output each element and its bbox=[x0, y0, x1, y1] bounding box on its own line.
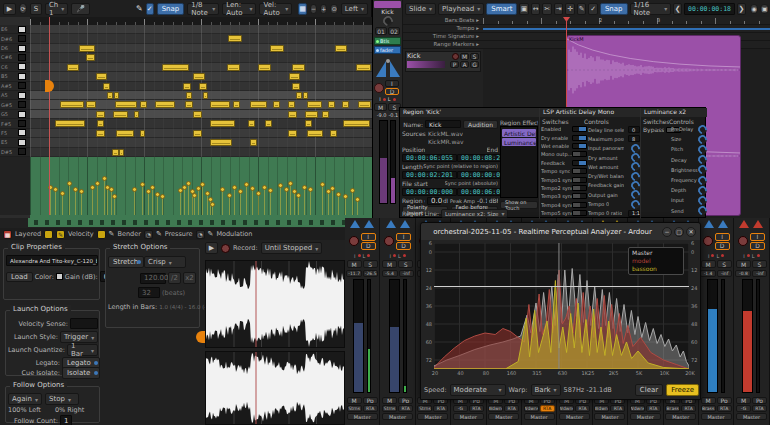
length-clock[interactable]: 00:00:02:201 bbox=[402, 171, 457, 179]
processor-slot-fader[interactable]: fader bbox=[374, 46, 401, 54]
pencil-icon[interactable]: ✎ bbox=[136, 4, 143, 13]
output-button[interactable]: Master bbox=[417, 413, 448, 420]
clear-button[interactable]: Clear bbox=[635, 384, 663, 396]
audition-tool-icon[interactable]: ✛ bbox=[565, 3, 575, 15]
output-button[interactable]: Master bbox=[524, 413, 555, 420]
velocity-dot[interactable] bbox=[90, 185, 95, 190]
midi-note[interactable] bbox=[335, 45, 347, 52]
piano-key-row[interactable]: B5 bbox=[0, 72, 30, 81]
follow-right-select[interactable]: Stop bbox=[45, 393, 79, 405]
strip-name-label[interactable]: Wdwns bbox=[594, 405, 609, 412]
midi-note[interactable] bbox=[107, 92, 113, 99]
po-button[interactable]: Po bbox=[398, 397, 413, 404]
close-icon[interactable]: ✕ bbox=[686, 227, 696, 237]
draw-tool-icon[interactable]: ✎ bbox=[577, 3, 587, 15]
output-button[interactable]: Master bbox=[559, 413, 590, 420]
ruler-row[interactable]: Bars:Beats ▸23 bbox=[403, 17, 770, 25]
output-button[interactable]: Master bbox=[488, 413, 519, 420]
po-button[interactable]: Po bbox=[752, 397, 767, 404]
rta-button[interactable]: RTA bbox=[681, 405, 696, 412]
pressure-label[interactable]: Pressure bbox=[165, 230, 193, 238]
rta-button[interactable]: RTA bbox=[646, 405, 661, 412]
midi-note[interactable] bbox=[288, 130, 297, 137]
midi-note[interactable] bbox=[60, 101, 84, 108]
midi-note[interactable] bbox=[270, 45, 284, 52]
midi-note[interactable] bbox=[162, 64, 189, 71]
velocity-dot[interactable] bbox=[355, 197, 360, 202]
velocity-sense-field[interactable] bbox=[70, 318, 98, 329]
fader-track[interactable] bbox=[353, 279, 364, 393]
rta-button[interactable]: RTA bbox=[469, 405, 484, 412]
switch-toggle[interactable] bbox=[572, 151, 587, 157]
midi-note[interactable] bbox=[55, 120, 85, 127]
record-mode-select[interactable]: Until Stopped bbox=[261, 242, 323, 254]
rta-button[interactable]: RTA bbox=[433, 405, 448, 412]
white-key[interactable] bbox=[18, 63, 26, 70]
edit-point-select[interactable]: Playhead bbox=[438, 3, 484, 15]
modulation-label[interactable]: Modulation bbox=[216, 230, 252, 238]
velocity-dot[interactable] bbox=[200, 182, 205, 187]
black-key[interactable] bbox=[18, 82, 26, 89]
midi-note[interactable] bbox=[288, 101, 295, 108]
solo-button[interactable]: S bbox=[470, 53, 479, 60]
maximize-icon[interactable]: ▢ bbox=[674, 227, 684, 237]
rewind-icon[interactable]: ❮ bbox=[673, 3, 682, 15]
midi-note[interactable] bbox=[210, 120, 235, 127]
velocity-dot[interactable] bbox=[132, 187, 137, 192]
region-effect-item[interactable]: Luminance x2 bbox=[502, 138, 536, 146]
velocity-dot[interactable] bbox=[220, 187, 225, 192]
track-name[interactable]: Kick bbox=[407, 52, 420, 60]
velocity-dot[interactable] bbox=[53, 187, 58, 192]
bender-swatch-icon[interactable] bbox=[97, 230, 106, 239]
switch-toggle[interactable] bbox=[572, 210, 587, 216]
smart-mode-button[interactable]: Smart bbox=[486, 3, 517, 15]
velocity-dot[interactable] bbox=[278, 183, 283, 188]
piano-key-row[interactable]: E6 bbox=[0, 25, 30, 34]
track-name-label[interactable]: Kick bbox=[374, 8, 401, 15]
pan-widget-icon[interactable] bbox=[374, 57, 402, 79]
velocity-dot[interactable] bbox=[186, 181, 191, 186]
midi-note[interactable] bbox=[115, 101, 137, 108]
strip-name-label[interactable]: Wdwns bbox=[524, 405, 539, 412]
lock-icon[interactable]: ▣ bbox=[760, 4, 769, 14]
switch-toggle[interactable] bbox=[572, 177, 587, 183]
velocity-dot[interactable] bbox=[256, 191, 261, 196]
midi-note[interactable] bbox=[96, 111, 105, 118]
mute-button[interactable]: M bbox=[460, 53, 469, 60]
velocity-dot[interactable] bbox=[146, 189, 151, 194]
snap-toggle[interactable]: Snap bbox=[600, 3, 628, 15]
velocity-dot[interactable] bbox=[308, 187, 313, 192]
velocity-dot[interactable] bbox=[205, 191, 210, 196]
switch-toggle[interactable] bbox=[572, 185, 587, 191]
white-key[interactable] bbox=[18, 45, 26, 52]
mute-button[interactable]: M bbox=[736, 260, 751, 268]
warp-select[interactable]: Bark bbox=[531, 384, 561, 396]
nudge-select[interactable]: Left bbox=[341, 3, 368, 15]
po-button[interactable]: Po bbox=[363, 397, 378, 404]
velocity-dot[interactable] bbox=[95, 181, 100, 186]
control-value-field[interactable]: 1:1 bbox=[628, 210, 640, 217]
input-2-button[interactable]: 02 bbox=[388, 27, 400, 35]
rta-button[interactable]: RTA bbox=[575, 405, 590, 412]
rta-button[interactable]: RTA bbox=[504, 405, 519, 412]
midi-note[interactable] bbox=[119, 149, 124, 156]
rec-enable-knob[interactable] bbox=[374, 83, 384, 93]
load-button[interactable]: Load bbox=[6, 272, 33, 282]
midi-note[interactable] bbox=[112, 149, 119, 156]
velocity-dot[interactable] bbox=[288, 181, 293, 186]
midi-note[interactable] bbox=[322, 111, 329, 118]
rec-enable-knob[interactable] bbox=[703, 236, 713, 246]
pressure-pencil-icon[interactable]: ✎ bbox=[156, 230, 162, 238]
midi-note[interactable] bbox=[288, 111, 297, 118]
clip-name-field[interactable]: Alexandra And Tito-key_C-120_bpn bbox=[6, 255, 98, 266]
mouse-mode-icon[interactable]: ◉ bbox=[750, 4, 759, 14]
midi-note[interactable] bbox=[155, 101, 175, 108]
midi-note[interactable] bbox=[248, 120, 255, 127]
midi-note[interactable] bbox=[342, 101, 349, 108]
follow-count-spinner[interactable]: 1 bbox=[60, 415, 72, 425]
velocity-dot[interactable] bbox=[302, 185, 307, 190]
monitor-disk-button[interactable]: D bbox=[715, 242, 730, 250]
velocity-dot[interactable] bbox=[232, 185, 237, 190]
monitor-input-button[interactable]: I bbox=[396, 233, 411, 241]
black-key[interactable] bbox=[18, 54, 26, 61]
